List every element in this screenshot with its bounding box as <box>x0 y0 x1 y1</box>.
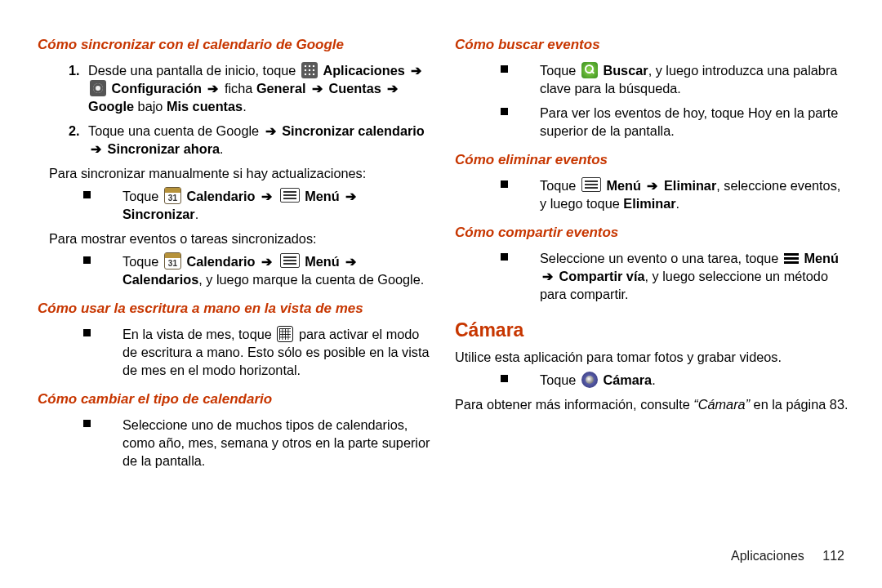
label-sync-now: Sincronizar ahora <box>108 141 220 156</box>
camera-icon <box>581 372 598 388</box>
list-item: Toque Menú ➔ Eliminar, seleccione evento… <box>501 176 849 219</box>
label-sync-cal: Sincronizar calendario <box>282 123 425 138</box>
arrow-icon: ➔ <box>265 123 276 138</box>
bullet-list: Toque Calendario ➔ Menú ➔ Calendarios, y… <box>38 252 432 295</box>
text: Seleccione uno de muchos tipos de calend… <box>122 417 430 468</box>
list-item: Para ver los eventos de hoy, toque Hoy e… <box>501 104 849 146</box>
arrow-icon: ➔ <box>345 254 356 269</box>
arrow-icon: ➔ <box>542 269 553 283</box>
footer-page-number: 112 <box>822 549 844 563</box>
label-eliminar: Eliminar <box>623 196 675 211</box>
text: Toque una cuenta de Google <box>88 123 263 138</box>
dot: . <box>652 372 656 387</box>
list-item: En la vista de mes, toque para activar e… <box>83 325 432 385</box>
label-aplicaciones: Aplicaciones <box>323 63 404 78</box>
paragraph: Utilice esta aplicación para tomar fotos… <box>455 348 849 366</box>
calendar-icon <box>164 187 181 204</box>
heading-delete-events: Cómo eliminar eventos <box>455 151 849 170</box>
list-item: Toque Buscar, y luego introduzca una pal… <box>501 61 849 104</box>
footer-section: Aplicaciones <box>731 549 804 563</box>
heading-sync-google: Cómo sincronizar con el calendario de Go… <box>38 36 432 55</box>
arrow-icon: ➔ <box>261 189 272 203</box>
text: Seleccione un evento o una tarea, toque <box>540 251 782 265</box>
text: Toque <box>540 178 576 193</box>
gear-icon <box>90 80 106 96</box>
menu-icon <box>581 177 601 192</box>
arrow-icon: ➔ <box>91 141 101 156</box>
text: ficha <box>225 81 252 96</box>
label-menu: Menú <box>305 254 340 269</box>
calendar-icon <box>164 252 181 270</box>
text: Toque <box>540 63 576 78</box>
bullet-list: Toque Calendario ➔ Menú ➔ Sincronizar. <box>38 187 432 229</box>
heading-share-events: Cómo compartir eventos <box>455 224 849 243</box>
text: Toque <box>122 189 158 203</box>
label-menu: Menú <box>804 251 839 265</box>
label-google: Google <box>88 99 134 114</box>
label-general: General <box>256 81 306 96</box>
bullet-list: Toque Cámara. <box>455 371 849 395</box>
bullet-list: Seleccione uno de muchos tipos de calend… <box>38 416 432 476</box>
arrow-icon: ➔ <box>312 81 323 96</box>
handwriting-grid-icon <box>277 326 293 342</box>
left-column: Cómo sincronizar con el calendario de Go… <box>38 31 432 476</box>
text: en la página 83. <box>754 397 849 412</box>
arrow-icon: ➔ <box>387 81 398 96</box>
bullet-list: Seleccione un evento o una tarea, toque … <box>455 249 849 310</box>
label-calendario: Calendario <box>186 254 255 269</box>
ordered-steps: Desde una pantalla de inicio, toque Apli… <box>38 61 432 164</box>
arrow-icon: ➔ <box>261 254 272 269</box>
label-cuentas: Cuentas <box>329 81 381 96</box>
arrow-icon: ➔ <box>411 63 421 78</box>
text: Desde una pantalla de inicio, toque <box>88 63 300 78</box>
dot: . <box>220 141 224 156</box>
list-item: Seleccione un evento o una tarea, toque … <box>501 249 849 310</box>
step-1: Desde una pantalla de inicio, toque Apli… <box>83 61 432 122</box>
menu-icon <box>280 188 300 203</box>
label-configuracion: Configuración <box>112 81 202 96</box>
bullet-list: Toque Menú ➔ Eliminar, seleccione evento… <box>455 176 849 219</box>
heading-camera: Cámara <box>455 318 849 343</box>
paragraph: Para sincronizar manualmente si hay actu… <box>49 164 432 182</box>
text: Para obtener más información, consulte <box>455 397 693 412</box>
dot: . <box>195 207 199 221</box>
paragraph: Para obtener más información, consulte “… <box>455 395 849 413</box>
label-sincronizar: Sincronizar <box>122 207 195 221</box>
label-compartir: Compartir vía <box>559 269 645 283</box>
heading-search-events: Cómo buscar eventos <box>455 36 849 55</box>
heading-change-type: Cómo cambiar el tipo de calendario <box>38 390 432 409</box>
apps-icon <box>301 62 318 78</box>
list-item: Toque Cámara. <box>501 371 849 395</box>
text: En la vista de mes, toque <box>122 327 275 341</box>
text: bajo <box>138 99 163 114</box>
label-menu: Menú <box>606 178 641 193</box>
page-footer: Aplicaciones 112 <box>731 547 844 565</box>
search-icon <box>581 62 598 78</box>
list-item: Toque Calendario ➔ Menú ➔ Calendarios, y… <box>83 252 432 295</box>
link-reference[interactable]: “Cámara” <box>693 397 750 412</box>
menu-icon <box>280 253 300 268</box>
text: , y luego marque la cuenta de Google. <box>198 272 424 287</box>
label-eliminar: Eliminar <box>664 178 716 193</box>
list-item: Toque Calendario ➔ Menú ➔ Sincronizar. <box>83 187 432 229</box>
text: Toque <box>122 254 158 269</box>
label-calendario: Calendario <box>186 189 255 203</box>
arrow-icon: ➔ <box>345 189 356 203</box>
menu-bars-icon <box>784 252 799 264</box>
label-buscar: Buscar <box>603 63 648 78</box>
label-menu: Menú <box>305 189 340 203</box>
label-miscuentas: Mis cuentas <box>167 99 243 114</box>
page-body: Cómo sincronizar con el calendario de Go… <box>0 0 882 476</box>
label-calendarios: Calendarios <box>122 272 198 287</box>
text: Para ver los eventos de hoy, toque Hoy e… <box>540 105 838 138</box>
list-item: Seleccione uno de muchos tipos de calend… <box>83 416 432 476</box>
paragraph: Para mostrar eventos o tareas sincroniza… <box>49 229 432 247</box>
arrow-icon: ➔ <box>207 81 218 96</box>
label-camara: Cámara <box>603 372 652 387</box>
bullet-list: En la vista de mes, toque para activar e… <box>38 325 432 385</box>
step-2: Toque una cuenta de Google ➔ Sincronizar… <box>83 122 432 164</box>
text: Toque <box>540 372 576 387</box>
dot: . <box>243 99 247 114</box>
dot: . <box>676 196 680 211</box>
right-column: Cómo buscar eventos Toque Buscar, y lueg… <box>455 31 849 476</box>
